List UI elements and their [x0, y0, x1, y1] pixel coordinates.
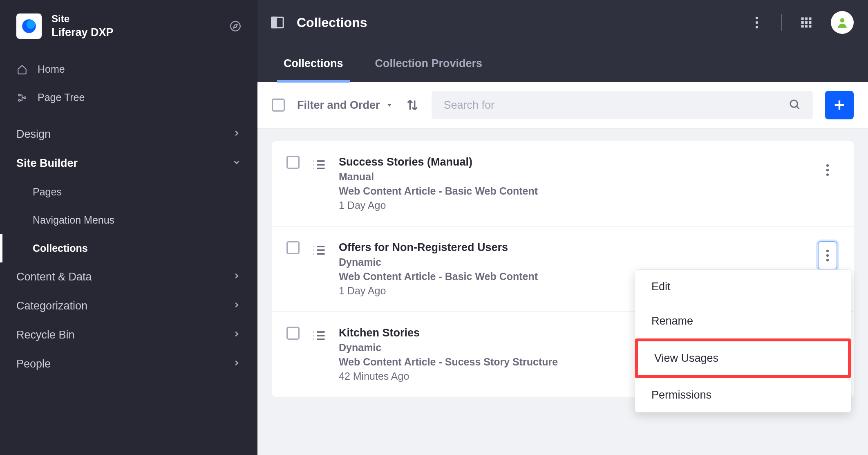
svg-point-11	[756, 26, 758, 28]
nav-group-design[interactable]: Design	[0, 120, 257, 149]
svg-point-35	[826, 173, 829, 176]
add-button[interactable]	[825, 91, 854, 119]
dropdown-item-view-usages[interactable]: View Usages	[635, 338, 851, 378]
svg-point-33	[826, 164, 829, 167]
apps-button[interactable]	[796, 13, 816, 32]
nav-group-recycle-bin[interactable]: Recycle Bin	[0, 321, 257, 350]
svg-rect-12	[801, 18, 804, 20]
row-actions-dropdown: Edit Rename View Usages Permissions	[635, 269, 851, 412]
plus-icon	[832, 98, 846, 112]
svg-point-6	[24, 96, 25, 98]
svg-point-43	[826, 254, 829, 257]
user-avatar[interactable]	[831, 11, 854, 34]
dropdown-item-edit[interactable]: Edit	[635, 270, 851, 304]
svg-rect-15	[801, 21, 804, 24]
svg-point-5	[18, 99, 20, 101]
compass-button[interactable]	[226, 16, 245, 36]
sort-direction-button[interactable]	[405, 98, 419, 112]
dropdown-item-label: Edit	[651, 280, 671, 293]
chevron-right-icon	[232, 271, 241, 283]
site-header: Site Liferay DXP	[0, 5, 257, 47]
dropdown-item-label: View Usages	[654, 352, 718, 364]
svg-point-42	[826, 250, 829, 252]
nav-group-content-data[interactable]: Content & Data	[0, 262, 257, 291]
svg-rect-8	[272, 17, 276, 27]
row-subtype: Web Content Article - Basic Web Content	[339, 185, 805, 197]
svg-point-21	[840, 18, 845, 22]
svg-point-1	[27, 20, 35, 29]
row-actions-button[interactable]	[818, 241, 837, 270]
nav-group-label: Categorization	[16, 300, 87, 312]
dropdown-item-label: Rename	[651, 315, 693, 327]
row-time: 1 Day Ago	[339, 199, 805, 211]
nav-section: Home Page Tree	[0, 55, 257, 112]
dropdown-item-label: Permissions	[651, 389, 711, 401]
tab-collection-providers[interactable]: Collection Providers	[374, 46, 484, 81]
compass-icon	[230, 20, 241, 32]
nav-home[interactable]: Home	[0, 55, 257, 83]
sidebar: Site Liferay DXP Home Page Tree Design	[0, 0, 257, 455]
filter-order-button[interactable]: Filter and Order	[297, 99, 393, 112]
toolbar: Filter and Order	[257, 82, 868, 129]
home-icon	[16, 64, 28, 75]
caret-down-icon	[386, 101, 393, 109]
svg-marker-3	[233, 24, 237, 28]
nav-group-people[interactable]: People	[0, 350, 257, 379]
nav-group-label: People	[16, 358, 51, 370]
nav-subitem-navigation-menus[interactable]: Navigation Menus	[0, 206, 257, 234]
row-title: Success Stories (Manual)	[339, 156, 805, 168]
user-icon	[836, 16, 849, 29]
tree-icon	[16, 92, 28, 103]
separator	[781, 14, 782, 31]
site-names: Site Liferay DXP	[51, 13, 216, 39]
nav-subitem-label: Navigation Menus	[33, 214, 114, 226]
nav-group-label: Recycle Bin	[16, 329, 75, 341]
svg-rect-17	[809, 21, 811, 24]
chevron-right-icon	[232, 300, 241, 312]
site-logo	[16, 13, 42, 39]
chevron-down-icon	[232, 157, 241, 170]
sort-icon	[405, 98, 419, 112]
main: Collections Collections Collection Provi…	[257, 0, 868, 455]
nav-page-tree[interactable]: Page Tree	[0, 83, 257, 112]
nav-subitem-collections[interactable]: Collections	[0, 234, 257, 262]
nav-group-site-builder[interactable]: Site Builder	[0, 149, 257, 178]
chevron-right-icon	[232, 128, 241, 141]
liferay-logo-icon	[20, 18, 38, 35]
chevron-right-icon	[232, 358, 241, 370]
svg-rect-20	[809, 25, 811, 27]
row-checkbox[interactable]	[286, 156, 300, 169]
filter-label: Filter and Order	[297, 99, 380, 112]
kebab-icon	[755, 16, 758, 29]
svg-point-9	[756, 17, 758, 19]
row-actions-button[interactable]	[818, 156, 837, 184]
dropdown-item-rename[interactable]: Rename	[635, 304, 851, 338]
panel-toggle-icon[interactable]	[270, 15, 285, 30]
search-wrap	[432, 91, 813, 119]
tab-label: Collection Providers	[375, 57, 483, 69]
svg-rect-14	[809, 18, 811, 20]
svg-rect-16	[805, 21, 808, 24]
topbar-more-button[interactable]	[747, 13, 767, 32]
svg-rect-13	[805, 18, 808, 20]
list-row: Success Stories (Manual) Manual Web Cont…	[272, 141, 854, 226]
topbar: Collections	[257, 0, 868, 45]
svg-point-23	[790, 100, 798, 108]
nav-subitem-pages[interactable]: Pages	[0, 178, 257, 206]
nav-group-categorization[interactable]: Categorization	[0, 291, 257, 321]
svg-point-4	[18, 94, 20, 96]
search-input[interactable]	[444, 99, 780, 112]
svg-rect-18	[801, 25, 804, 27]
select-all-checkbox[interactable]	[272, 99, 285, 112]
nav-page-tree-label: Page Tree	[38, 92, 85, 103]
row-checkbox[interactable]	[286, 327, 300, 340]
row-body[interactable]: Success Stories (Manual) Manual Web Cont…	[339, 156, 805, 211]
tab-label: Collections	[284, 57, 343, 69]
site-product: Liferay DXP	[51, 26, 216, 39]
nav-subitem-label: Pages	[33, 186, 62, 198]
nav-home-label: Home	[38, 63, 65, 75]
tab-collections[interactable]: Collections	[282, 46, 345, 81]
row-type: Manual	[339, 171, 805, 183]
dropdown-item-permissions[interactable]: Permissions	[635, 378, 851, 412]
row-checkbox[interactable]	[286, 241, 300, 254]
